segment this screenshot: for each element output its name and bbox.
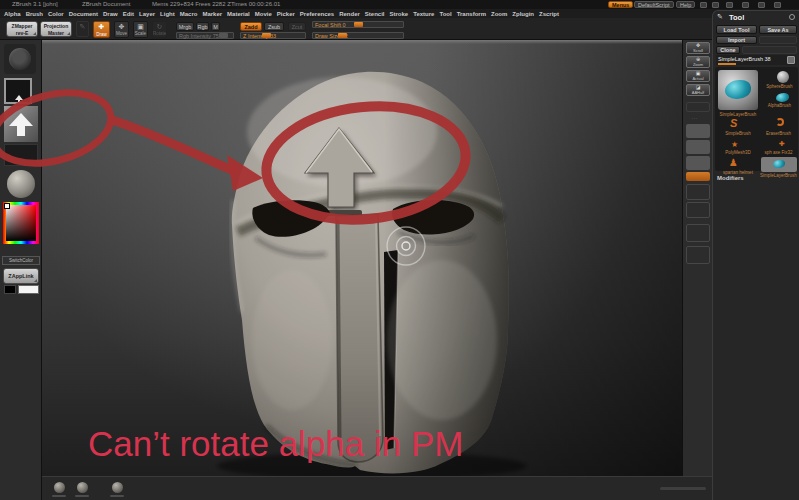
clone-button[interactable]: Clone — [716, 46, 740, 54]
material-sphere-thumbnail[interactable] — [7, 170, 35, 198]
switch-color-button[interactable]: SwitchColor — [2, 256, 40, 265]
current-color-swatch[interactable] — [18, 285, 39, 294]
shelf-outline-button[interactable] — [686, 202, 710, 218]
stroke-type-thumbnail[interactable] — [4, 78, 32, 104]
tool-inventory: SimpleLayerBrush SphereBrush AlphaBrush … — [715, 67, 798, 171]
scroll-button[interactable]: ✥ Scroll — [686, 42, 710, 54]
menu-item[interactable]: Marker — [202, 11, 222, 17]
menu-item[interactable]: Light — [160, 11, 175, 17]
restore-icon[interactable] — [787, 56, 795, 64]
tray-divider-handle[interactable] — [660, 487, 706, 490]
sphere-brush-icon[interactable] — [777, 71, 789, 83]
menu-item[interactable]: Stencil — [365, 11, 385, 17]
aahalf-button[interactable]: ◪ AAHalf — [686, 84, 710, 96]
draw-button[interactable]: ✚ Draw — [93, 21, 110, 38]
eraser-brush-icon[interactable] — [776, 118, 784, 126]
menu-item[interactable]: Texture — [413, 11, 434, 17]
move-button[interactable]: ✥ Move — [114, 21, 129, 38]
tray-material-sphere[interactable] — [112, 482, 123, 493]
menu-item[interactable]: Color — [48, 11, 64, 17]
window-icon[interactable] — [726, 2, 733, 8]
rotate-icon: ↻ — [153, 22, 166, 31]
shelf-tool-button[interactable] — [686, 140, 710, 154]
menu-item[interactable]: Brush — [26, 11, 43, 17]
rgb-toggle[interactable]: Rgb — [196, 22, 209, 31]
shelf-tool-button[interactable] — [686, 124, 710, 138]
tray-material-sphere[interactable] — [54, 482, 65, 493]
tray-material-sphere[interactable] — [77, 482, 88, 493]
window-icon[interactable] — [712, 2, 719, 8]
zadd-toggle[interactable]: Zadd — [240, 22, 262, 31]
color-picker[interactable] — [3, 202, 39, 244]
zmapper-button[interactable]: ZMapper rev-E — [6, 21, 38, 37]
menu-item[interactable]: Zoom — [491, 11, 507, 17]
actual-size-button[interactable]: ▣ Actual — [686, 70, 710, 82]
menu-item[interactable]: Macro — [180, 11, 198, 17]
zapplink-button[interactable]: ZAppLink — [3, 268, 39, 284]
spartan-helmet-tool-icon[interactable]: ♟ — [729, 157, 738, 168]
pencil-icon: ✎ — [77, 22, 88, 31]
alpha-brush-icon[interactable] — [776, 93, 789, 102]
menu-item[interactable]: Zscript — [539, 11, 559, 17]
perspective-button[interactable] — [686, 102, 710, 112]
mrgb-toggle[interactable]: Mrgb — [176, 22, 194, 31]
menus-button[interactable]: Menus — [608, 1, 633, 8]
menu-item[interactable]: Alpha — [4, 11, 21, 17]
window-icon[interactable] — [758, 2, 765, 8]
zoom-button[interactable]: ⊕ Zoom — [686, 56, 710, 68]
menu-item[interactable]: Tool — [439, 11, 451, 17]
current-tool-name[interactable]: SimpleLayerBrush 38 — [716, 55, 796, 65]
help-button[interactable]: Help — [676, 1, 695, 8]
modifiers-section-label[interactable]: Modifiers — [717, 175, 744, 181]
edit-button[interactable]: ✎ — [76, 21, 89, 37]
polymesh3d-star-icon[interactable]: ★ — [731, 140, 738, 149]
draw-size-slider[interactable]: Draw Size 32 — [312, 32, 404, 39]
m-toggle[interactable]: M — [211, 22, 220, 31]
palette-circle-icon[interactable] — [789, 14, 795, 20]
menu-item[interactable]: Picker — [277, 11, 295, 17]
menu-item[interactable]: Movie — [255, 11, 272, 17]
scale-button[interactable]: ▣ Scale — [133, 21, 148, 38]
current-brush-thumbnail[interactable] — [4, 44, 36, 74]
zsub-toggle[interactable]: Zsub — [264, 22, 284, 31]
alpha-thumbnail[interactable] — [4, 106, 38, 142]
menu-item[interactable]: Stroke — [390, 11, 409, 17]
window-icon[interactable] — [774, 2, 781, 8]
menu-item[interactable]: Zplugin — [512, 11, 534, 17]
texture-thumbnail[interactable] — [4, 144, 38, 166]
zcut-toggle[interactable]: Zcut — [288, 22, 306, 31]
load-tool-button[interactable]: Load Tool — [716, 25, 757, 34]
simple-brush-icon[interactable]: S — [730, 117, 737, 129]
menu-item[interactable]: Document — [69, 11, 98, 17]
shelf-outline-button[interactable] — [686, 246, 710, 264]
menu-item[interactable]: Render — [339, 11, 360, 17]
rgb-intensity-slider[interactable]: Rgb Intensity 75 — [176, 32, 234, 39]
active-tool-thumbnail[interactable] — [718, 70, 758, 110]
save-as-button[interactable]: Save As — [759, 25, 797, 34]
menu-item[interactable]: Draw — [103, 11, 118, 17]
window-icon[interactable] — [742, 2, 749, 8]
secondary-color-swatch[interactable] — [4, 285, 16, 294]
shelf-outline-button[interactable] — [686, 224, 710, 242]
projection-master-button[interactable]: Projection Master — [40, 21, 72, 37]
rotate-button[interactable]: ↻ Rotate — [152, 21, 167, 38]
menu-item[interactable]: Material — [227, 11, 250, 17]
shelf-outline-button[interactable] — [686, 184, 710, 200]
menu-item[interactable]: Transform — [457, 11, 486, 17]
menu-item[interactable]: Edit — [123, 11, 134, 17]
color-picker-marker — [4, 203, 10, 209]
plus-tool-icon[interactable]: ✚ — [779, 140, 785, 148]
menu-item[interactable]: Preferences — [300, 11, 334, 17]
z-intensity-slider[interactable]: Z Intensity 33 — [240, 32, 306, 39]
import-button[interactable]: Import — [716, 36, 757, 44]
window-icon[interactable] — [700, 2, 707, 8]
selected-tool-thumbnail[interactable] — [761, 157, 797, 172]
export-button-disabled — [759, 36, 797, 44]
focal-shift-slider[interactable]: Focal Shift 0 — [312, 21, 404, 28]
arrow-emblem — [305, 128, 377, 218]
document-canvas[interactable] — [42, 40, 682, 476]
active-shelf-button[interactable] — [686, 172, 710, 181]
shelf-tool-button[interactable] — [686, 156, 710, 170]
default-script-button[interactable]: DefaultScript — [634, 1, 674, 8]
menu-item[interactable]: Layer — [139, 11, 155, 17]
